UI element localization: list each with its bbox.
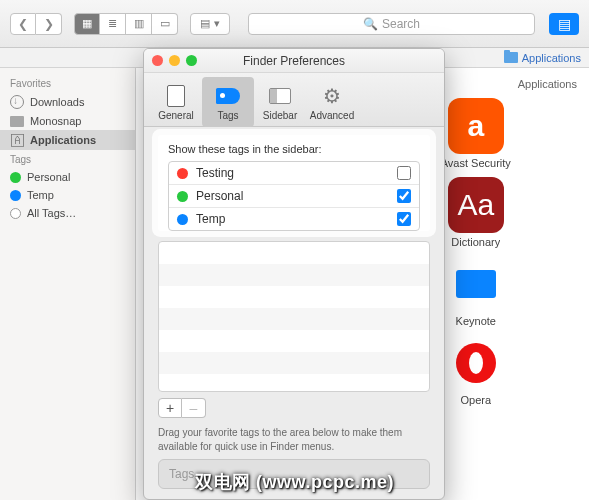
section-instruction: Show these tags in the sidebar: [168, 143, 420, 155]
sidebar-item-label: Applications [30, 134, 96, 146]
tag-checkbox[interactable] [397, 189, 411, 203]
sidebar-item-applications[interactable]: 🄰 Applications [0, 130, 135, 150]
tag-color-dot [177, 191, 188, 202]
finder-toolbar: ❮ ❯ ▦ ≣ ▥ ▭ ▤ ▾ 🔍 Search ▤ [0, 0, 589, 48]
tag-all-icon [10, 208, 21, 219]
tag-color-dot [177, 214, 188, 225]
tag-row-label: Personal [196, 189, 243, 203]
view-switch: ▦ ≣ ▥ ▭ [74, 13, 178, 35]
sidebar-item-label: Personal [27, 171, 70, 183]
toolbar-action-button[interactable]: ▤ [549, 13, 579, 35]
pref-tabs: General Tags Sidebar ⚙ Advanced [144, 73, 444, 127]
opera-icon [448, 335, 504, 391]
tag-checkbox[interactable] [397, 166, 411, 180]
tag-row-temp[interactable]: Temp [169, 208, 419, 230]
sidebar-tag-list: Testing Personal Temp [168, 161, 420, 231]
applications-icon: 🄰 [10, 133, 24, 147]
pref-body: Show these tags in the sidebar: Testing … [144, 127, 444, 499]
sidebar-item-label: Monosnap [30, 115, 81, 127]
sidebar-item-monosnap[interactable]: Monosnap [0, 112, 135, 130]
add-remove-controls: + – [158, 398, 430, 418]
tag-row-personal[interactable]: Personal [169, 185, 419, 208]
sidebar-item-label: All Tags… [27, 207, 76, 219]
tab-sidebar[interactable]: Sidebar [254, 77, 306, 127]
downloads-icon [10, 95, 24, 109]
tab-advanced[interactable]: ⚙ Advanced [306, 77, 358, 127]
view-list-button[interactable]: ≣ [100, 13, 126, 35]
view-gallery-button[interactable]: ▭ [152, 13, 178, 35]
tag-color-dot [177, 168, 188, 179]
finder-sidebar: Favorites Downloads Monosnap 🄰 Applicati… [0, 68, 136, 500]
sidebar-tags-header: Tags [0, 150, 135, 168]
watermark: 双电网 (www.pcpc.me) [195, 470, 394, 494]
forward-button[interactable]: ❯ [36, 13, 62, 35]
tags-icon [215, 84, 241, 108]
sidebar-tag-personal[interactable]: Personal [0, 168, 135, 186]
avast-icon: a [448, 98, 504, 154]
sidebar-tag-temp[interactable]: Temp [0, 186, 135, 204]
finder-preferences-window: Finder Preferences General Tags Sidebar … [143, 48, 445, 500]
tag-row-testing[interactable]: Testing [169, 162, 419, 185]
remove-tag-button[interactable]: – [182, 398, 206, 418]
sidebar-item-downloads[interactable]: Downloads [0, 92, 135, 112]
tag-list-scroll-area[interactable] [158, 241, 430, 392]
gear-icon: ⚙ [319, 84, 345, 108]
sidebar-item-label: Temp [27, 189, 54, 201]
back-button[interactable]: ❮ [10, 13, 36, 35]
general-icon [163, 84, 189, 108]
search-icon: 🔍 [363, 17, 378, 31]
sidebar-favorites-header: Favorites [0, 74, 135, 92]
zoom-button[interactable] [186, 55, 197, 66]
sidebar-icon [267, 84, 293, 108]
arrange-button[interactable]: ▤ ▾ [190, 13, 230, 35]
keynote-icon [448, 256, 504, 312]
tag-checkbox[interactable] [397, 212, 411, 226]
pref-title: Finder Preferences [243, 54, 345, 68]
pref-titlebar: Finder Preferences [144, 49, 444, 73]
close-button[interactable] [152, 55, 163, 66]
sidebar-item-label: Downloads [30, 96, 84, 108]
tab-tags[interactable]: Tags [202, 77, 254, 127]
search-placeholder: Search [382, 17, 420, 31]
path-label: Applications [522, 52, 581, 64]
search-input[interactable]: 🔍 Search [248, 13, 535, 35]
nav-buttons: ❮ ❯ [10, 13, 62, 35]
favorite-tags-hint: Drag your favorite tags to the area belo… [158, 426, 430, 453]
add-tag-button[interactable]: + [158, 398, 182, 418]
view-columns-button[interactable]: ▥ [126, 13, 152, 35]
sidebar-tag-all[interactable]: All Tags… [0, 204, 135, 222]
dictionary-icon: Aa [448, 177, 504, 233]
tag-row-label: Testing [196, 166, 234, 180]
tab-general[interactable]: General [150, 77, 202, 127]
folder-icon [504, 52, 518, 63]
tag-row-label: Temp [196, 212, 225, 226]
minimize-button[interactable] [169, 55, 180, 66]
folder-icon [10, 116, 24, 127]
sidebar-tags-section: Show these tags in the sidebar: Testing … [158, 135, 430, 231]
view-icon-button[interactable]: ▦ [74, 13, 100, 35]
tag-dot-icon [10, 190, 21, 201]
window-controls [152, 55, 197, 66]
tag-dot-icon [10, 172, 21, 183]
